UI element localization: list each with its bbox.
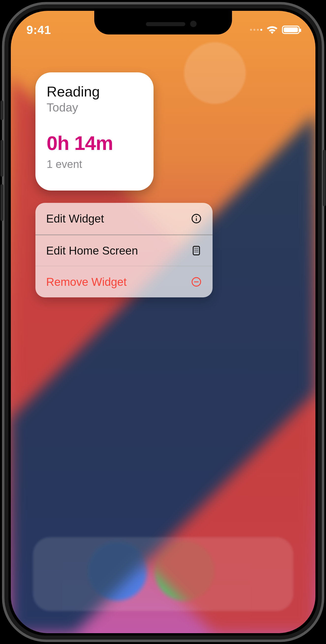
widget-subtitle: Today — [47, 101, 142, 114]
apps-grid-icon — [191, 245, 202, 256]
reading-widget[interactable]: Reading Today 0h 14m 1 event — [35, 72, 154, 190]
mute-switch[interactable] — [0, 100, 3, 120]
svg-point-4 — [194, 248, 195, 249]
svg-point-11 — [196, 252, 197, 252]
svg-point-10 — [194, 252, 195, 252]
info-circle-icon — [191, 213, 202, 224]
menu-item-edit-home-screen[interactable]: Edit Home Screen — [35, 234, 213, 266]
notch — [94, 11, 232, 34]
volume-down-button[interactable] — [0, 184, 3, 221]
widget-meta: 1 event — [47, 158, 142, 170]
svg-point-6 — [197, 248, 198, 249]
menu-item-remove-widget[interactable]: Remove Widget — [35, 266, 213, 298]
widget-title: Reading — [47, 83, 142, 100]
widget-context-menu: Edit Widget Edit Home Screen — [35, 203, 213, 298]
svg-point-9 — [197, 250, 198, 250]
svg-point-12 — [197, 252, 198, 252]
menu-item-label: Edit Widget — [46, 212, 104, 225]
side-button[interactable] — [323, 150, 326, 206]
menu-item-label: Remove Widget — [46, 275, 127, 288]
svg-point-1 — [196, 216, 197, 217]
svg-point-5 — [196, 248, 197, 249]
cellular-icon — [250, 29, 262, 31]
screen: 9:41 Reading Today 0h 14m 1 event — [11, 11, 316, 633]
battery-icon — [282, 26, 300, 34]
svg-point-8 — [196, 250, 197, 250]
wifi-icon — [266, 26, 278, 34]
widget-value: 0h 14m — [47, 132, 142, 154]
menu-item-label: Edit Home Screen — [46, 244, 138, 257]
minus-circle-icon — [191, 276, 202, 287]
status-time: 9:41 — [26, 23, 51, 37]
status-indicators — [250, 26, 300, 34]
svg-point-7 — [194, 250, 195, 250]
dock — [33, 537, 293, 611]
device-frame: 9:41 Reading Today 0h 14m 1 event — [2, 2, 324, 642]
menu-item-edit-widget[interactable]: Edit Widget — [35, 203, 213, 234]
volume-up-button[interactable] — [0, 140, 3, 177]
